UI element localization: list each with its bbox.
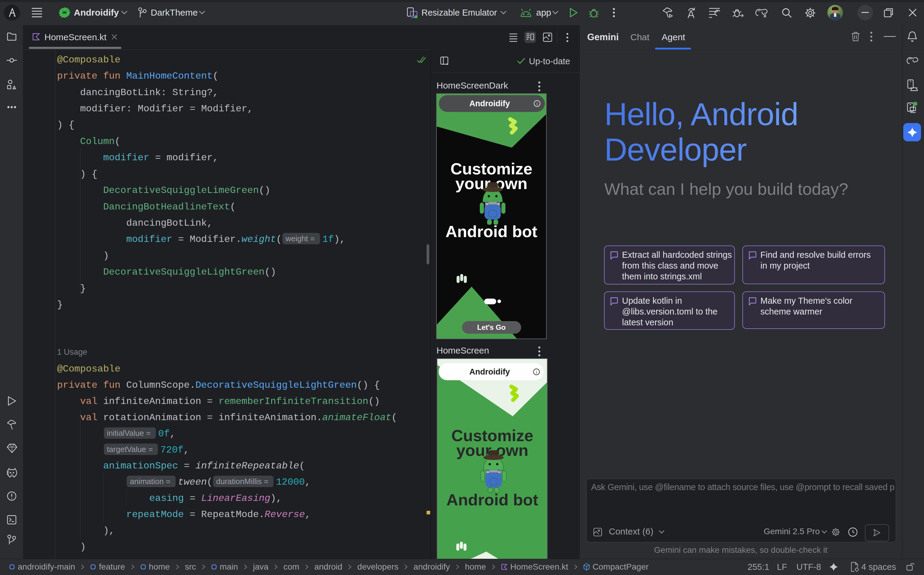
svg-text:Android bot: Android bot — [446, 491, 538, 509]
svg-text:Androidify: Androidify — [469, 99, 510, 108]
svg-text:Let's Go: Let's Go — [477, 323, 506, 331]
svg-text:i: i — [536, 369, 537, 375]
svg-text:i: i — [536, 101, 538, 106]
svg-text:Android bot: Android bot — [445, 222, 538, 240]
svg-text:Androidify: Androidify — [469, 367, 510, 376]
